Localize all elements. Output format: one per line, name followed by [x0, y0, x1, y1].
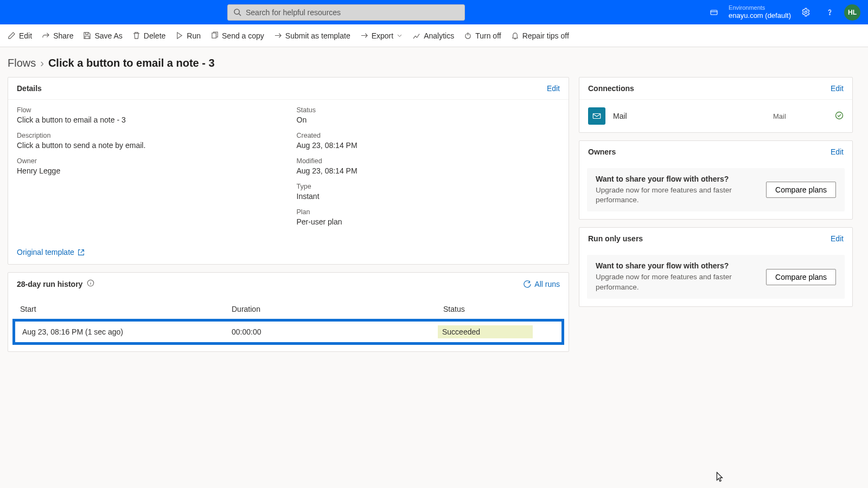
copy-icon [210, 31, 219, 40]
template-icon [274, 31, 282, 40]
all-runs-link[interactable]: All runs [524, 280, 560, 288]
flow-modified: Aug 23, 08:14 PM [297, 166, 560, 175]
run-history-card: 28-day run history All runs Start Durati… [8, 272, 569, 352]
search-placeholder: Search for helpful resources [246, 8, 341, 17]
cmd-run[interactable]: Run [175, 31, 201, 40]
svg-rect-5 [212, 33, 216, 38]
chevron-right-icon: › [40, 57, 44, 69]
run-duration: 00:00:00 [232, 328, 438, 336]
chevron-down-icon [397, 33, 403, 38]
pencil-icon [8, 31, 16, 40]
power-icon [464, 31, 472, 40]
svg-rect-2 [711, 10, 717, 15]
run-start: Aug 23, 08:16 PM (1 sec ago) [20, 328, 232, 336]
runonly-title: Run only users [588, 234, 643, 243]
play-icon [175, 31, 183, 40]
owners-edit-link[interactable]: Edit [831, 147, 844, 156]
cmd-export[interactable]: Export [360, 31, 403, 40]
refresh-icon [524, 280, 531, 288]
cmd-turnoff[interactable]: Turn off [464, 31, 501, 40]
connections-title: Connections [588, 84, 634, 93]
cmd-edit[interactable]: Edit [8, 31, 32, 40]
save-icon [83, 31, 91, 40]
original-template-link[interactable]: Original template [8, 242, 569, 264]
settings-icon[interactable] [796, 3, 815, 22]
search-icon [233, 8, 241, 16]
flow-name: Click a button to email a note - 3 [17, 115, 280, 124]
owners-title: Owners [588, 147, 616, 156]
flow-description: Click a button to send a note by email. [17, 141, 280, 150]
cmd-analytics[interactable]: Analytics [412, 31, 454, 40]
breadcrumb-root[interactable]: Flows [8, 57, 36, 69]
breadcrumb: Flows › Click a button to email a note -… [0, 47, 868, 77]
cmd-delete[interactable]: Delete [132, 31, 165, 40]
cmd-saveas[interactable]: Save As [83, 31, 122, 40]
external-link-icon [78, 249, 85, 256]
details-card: Details Edit FlowClick a button to email… [8, 77, 569, 265]
svg-point-3 [805, 11, 807, 13]
owners-promo: Want to share your flow with others? Upg… [587, 168, 845, 211]
runonly-edit-link[interactable]: Edit [831, 234, 844, 243]
trash-icon [132, 31, 141, 40]
cmd-submit[interactable]: Submit as template [274, 31, 350, 40]
share-icon [42, 31, 50, 40]
flow-type: Instant [297, 192, 560, 201]
svg-point-4 [829, 14, 829, 15]
flow-created: Aug 23, 08:14 PM [297, 141, 560, 150]
run-status-badge: Succeeded [438, 325, 533, 338]
connection-item[interactable]: Mail Mail [579, 100, 852, 132]
help-icon[interactable] [820, 3, 839, 22]
mail-icon [588, 107, 605, 125]
analytics-icon [412, 31, 420, 40]
owners-card: Owners Edit Want to share your flow with… [579, 140, 853, 220]
cmd-sendcopy[interactable]: Send a copy [210, 31, 264, 40]
svg-line-1 [239, 14, 241, 16]
cmd-repair[interactable]: Repair tips off [511, 31, 569, 40]
check-circle-icon [835, 111, 844, 121]
command-bar: Edit Share Save As Delete Run Send a cop… [0, 24, 868, 47]
environment-text[interactable]: Environments enayu.com (default) [729, 4, 791, 20]
history-row-highlighted[interactable]: Aug 23, 08:16 PM (1 sec ago) 00:00:00 Su… [12, 319, 564, 345]
connections-card: Connections Edit Mail Mail [579, 77, 853, 133]
page-title: Click a button to email a note - 3 [48, 57, 215, 69]
compare-plans-button-2[interactable]: Compare plans [766, 269, 836, 285]
history-table-header: Start Duration Status [8, 295, 569, 319]
search-input[interactable]: Search for helpful resources [227, 4, 465, 21]
svg-point-9 [836, 112, 843, 119]
compare-plans-button[interactable]: Compare plans [766, 182, 836, 198]
runonly-card: Run only users Edit Want to share your f… [579, 227, 853, 306]
details-edit-link[interactable]: Edit [547, 84, 560, 93]
mouse-cursor-icon [716, 472, 724, 483]
flow-status: On [297, 115, 560, 124]
connections-edit-link[interactable]: Edit [831, 84, 844, 93]
flow-owner: Henry Legge [17, 166, 280, 175]
bell-icon [511, 31, 519, 40]
history-title: 28-day run history [17, 280, 82, 288]
info-icon[interactable] [87, 279, 94, 288]
runonly-promo: Want to share your flow with others? Upg… [587, 255, 845, 298]
cmd-share[interactable]: Share [42, 31, 73, 40]
environment-picker-icon[interactable] [705, 3, 723, 22]
svg-point-0 [234, 9, 239, 14]
flow-plan: Per-user plan [297, 217, 560, 226]
export-icon [360, 31, 368, 40]
user-avatar[interactable]: HL [844, 4, 860, 21]
details-title: Details [17, 84, 42, 93]
svg-rect-8 [593, 114, 601, 119]
